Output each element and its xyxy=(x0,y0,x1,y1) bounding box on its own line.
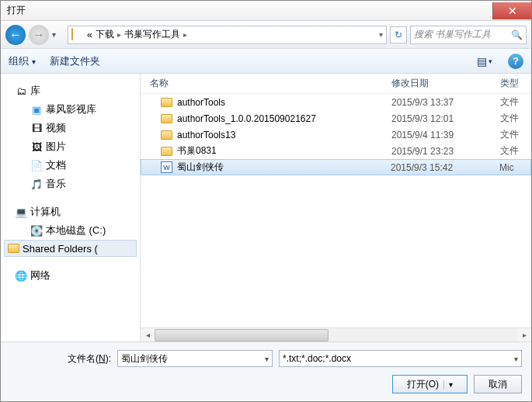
arrow-left-icon: ← xyxy=(9,28,22,42)
search-icon: 🔍 xyxy=(511,29,523,40)
tree-item[interactable]: 🖼图片 xyxy=(4,137,137,156)
navigation-bar: ← → ▾ « 下载 ▸ 书巢写作工具 ▸ ▾ ↻ 搜索 书巢写作工具 🔍 xyxy=(1,21,531,49)
file-date: 2015/9/3 13:37 xyxy=(391,97,500,108)
refresh-icon: ↻ xyxy=(395,29,402,40)
tree-item[interactable]: 🎞视频 xyxy=(4,119,137,137)
tree-item[interactable]: 🎵音乐 xyxy=(4,175,137,193)
file-name: 蜀山剑侠传 xyxy=(177,161,224,174)
back-button[interactable]: ← xyxy=(5,25,26,45)
chevron-right-icon: ▸ xyxy=(117,30,121,39)
network-icon: 🌐 xyxy=(15,269,27,282)
tree-network[interactable]: 🌐网络 xyxy=(4,266,137,285)
file-date: 2015/9/1 23:23 xyxy=(391,146,500,157)
document-icon: 📄 xyxy=(30,159,43,172)
close-icon: ✕ xyxy=(508,5,517,17)
drive-icon: 💽 xyxy=(30,224,43,237)
file-date: 2015/9/4 11:39 xyxy=(391,130,500,140)
window-title: 打开 xyxy=(7,4,26,17)
file-row[interactable]: authorTools_1.0.0.2015090216272015/9/3 1… xyxy=(141,110,531,126)
breadcrumb-segment[interactable]: 书巢写作工具 xyxy=(124,28,180,41)
column-headers: 名称 修改日期 类型 xyxy=(141,74,531,94)
video-icon: 🎞 xyxy=(30,122,43,134)
file-row[interactable]: authorTools132015/9/4 11:39文件 xyxy=(141,126,531,143)
folder-icon xyxy=(161,130,172,140)
tree-libraries[interactable]: 🗂库 xyxy=(4,81,137,100)
film-icon: ▣ xyxy=(30,103,43,116)
help-button[interactable]: ? xyxy=(508,54,523,69)
breadcrumb-segment[interactable]: 下载 xyxy=(96,28,114,41)
chevron-right-icon: ▸ xyxy=(183,30,187,39)
tree-item[interactable]: 📄文档 xyxy=(4,156,137,175)
chevron-down-icon[interactable]: ▾ xyxy=(514,355,518,363)
filetype-filter[interactable]: *.txt;*.doc;*.docx ▾ xyxy=(279,350,522,367)
tree-item[interactable]: ▣暴风影视库 xyxy=(4,100,137,119)
file-type: 文件 xyxy=(500,128,531,141)
search-placeholder: 搜索 书巢写作工具 xyxy=(414,28,491,41)
music-icon: 🎵 xyxy=(30,178,43,190)
dialog-body: 🗂库 ▣暴风影视库 🎞视频 🖼图片 📄文档 🎵音乐 💻计算机 💽本地磁盘 (C:… xyxy=(1,74,531,341)
library-icon: 🗂 xyxy=(15,85,27,97)
breadcrumb[interactable]: « 下载 ▸ 书巢写作工具 ▸ ▾ xyxy=(68,26,387,44)
file-name: authorTools13 xyxy=(177,130,235,140)
folder-icon xyxy=(71,29,84,41)
scroll-left-icon[interactable]: ◂ xyxy=(141,331,155,339)
titlebar: 打开 ✕ xyxy=(1,1,531,21)
close-button[interactable]: ✕ xyxy=(492,2,531,19)
folder-icon xyxy=(7,242,19,255)
file-row[interactable]: 书巢08312015/9/1 23:23文件 xyxy=(141,143,531,159)
history-dropdown[interactable]: ▾ xyxy=(52,30,64,39)
file-name: authorTools_1.0.0.201509021627 xyxy=(177,113,316,124)
chevron-down-icon: ▾ xyxy=(32,57,36,66)
breadcrumb-root: « xyxy=(87,29,92,40)
column-type[interactable]: 类型 xyxy=(500,77,531,90)
file-type: 文件 xyxy=(500,95,531,109)
dialog-footer: 文件名(N): 蜀山剑侠传 ▾ *.txt;*.doc;*.docx ▾ 打开(… xyxy=(1,341,531,401)
file-date: 2015/9/3 15:42 xyxy=(391,162,499,173)
scroll-thumb[interactable] xyxy=(155,329,329,341)
file-name: 书巢0831 xyxy=(177,144,217,158)
computer-icon: 💻 xyxy=(15,206,27,218)
file-type: Mic xyxy=(499,162,530,173)
file-list: 名称 修改日期 类型 authorTools2015/9/3 13:37文件au… xyxy=(141,74,531,341)
organize-button[interactable]: 组织 ▾ xyxy=(9,54,36,68)
tree-computer[interactable]: 💻计算机 xyxy=(4,203,137,221)
column-name[interactable]: 名称 xyxy=(150,77,391,90)
file-row[interactable]: W蜀山剑侠传2015/9/3 15:42Mic xyxy=(141,159,531,175)
filename-label: 文件名(N): xyxy=(10,352,111,366)
file-type: 文件 xyxy=(500,144,531,158)
file-name: authorTools xyxy=(177,97,225,108)
file-rows: authorTools2015/9/3 13:37文件authorTools_1… xyxy=(141,94,531,327)
view-mode-button[interactable]: ▤▾ xyxy=(475,53,494,70)
picture-icon: 🖼 xyxy=(30,140,43,153)
horizontal-scrollbar[interactable]: ◂ ▸ xyxy=(141,327,531,341)
tree-item[interactable]: 💽本地磁盘 (C:) xyxy=(4,221,137,240)
file-date: 2015/9/3 12:01 xyxy=(391,113,500,124)
navigation-tree: 🗂库 ▣暴风影视库 🎞视频 🖼图片 📄文档 🎵音乐 💻计算机 💽本地磁盘 (C:… xyxy=(1,74,141,341)
filename-input[interactable]: 蜀山剑侠传 ▾ xyxy=(117,350,273,367)
tree-item-selected[interactable]: Shared Folders ( xyxy=(4,240,137,257)
arrow-right-icon: → xyxy=(33,28,45,42)
toolbar: 组织 ▾ 新建文件夹 ▤▾ ? xyxy=(1,49,531,74)
folder-icon xyxy=(161,98,172,107)
file-type: 文件 xyxy=(500,112,531,125)
refresh-button[interactable]: ↻ xyxy=(390,26,407,43)
folder-icon xyxy=(161,147,172,156)
open-dialog: 打开 ✕ ← → ▾ « 下载 ▸ 书巢写作工具 ▸ ▾ ↻ 搜索 书巢写作工具… xyxy=(0,0,532,402)
cancel-button[interactable]: 取消 xyxy=(474,375,522,393)
word-doc-icon: W xyxy=(161,161,172,173)
new-folder-button[interactable]: 新建文件夹 xyxy=(50,54,100,68)
column-date[interactable]: 修改日期 xyxy=(391,77,500,90)
chevron-down-icon[interactable]: ▾ xyxy=(443,380,453,389)
forward-button[interactable]: → xyxy=(29,25,49,45)
scroll-right-icon[interactable]: ▸ xyxy=(517,331,531,339)
file-row[interactable]: authorTools2015/9/3 13:37文件 xyxy=(141,94,531,110)
view-icon: ▤ xyxy=(477,55,487,68)
open-button[interactable]: 打开(O)▾ xyxy=(392,375,468,393)
search-input[interactable]: 搜索 书巢写作工具 🔍 xyxy=(410,26,527,44)
folder-icon xyxy=(161,114,172,123)
chevron-down-icon: ▾ xyxy=(489,57,492,65)
help-icon: ? xyxy=(513,55,519,67)
chevron-down-icon[interactable]: ▾ xyxy=(379,30,383,39)
chevron-down-icon[interactable]: ▾ xyxy=(265,355,269,363)
